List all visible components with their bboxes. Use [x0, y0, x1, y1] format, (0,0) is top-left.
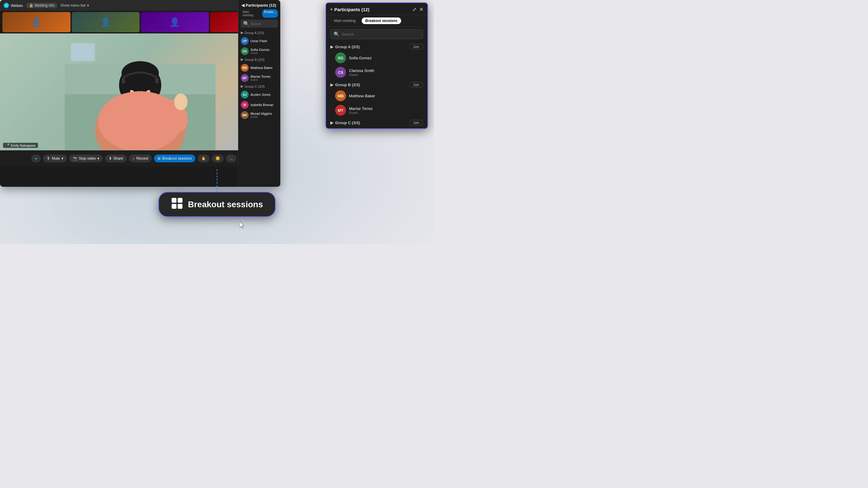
webex-icon: W	[4, 3, 9, 8]
tab-breakout[interactable]: Breako...	[262, 9, 278, 18]
pr-clarissa-role: Guest	[349, 73, 374, 76]
tab-main-meeting[interactable]: Main meeting	[241, 9, 261, 18]
pr-group-c-header[interactable]: ▶ Group C (3/3) Join	[330, 118, 423, 127]
reactions-button[interactable]: ✋	[198, 155, 210, 162]
webex-logo-btn[interactable]: ●	[31, 155, 41, 162]
breakout-sessions-button[interactable]: ⊞ Breakout sessions	[154, 155, 195, 162]
breakout-popup-icon	[171, 197, 183, 212]
pr-group-b-label: Group B (2/3)	[335, 83, 360, 87]
close-icon[interactable]: ✕	[419, 7, 423, 12]
pr-clarissa-name: Clarissa Smith	[349, 68, 374, 73]
mic-icon: 🎙	[47, 156, 50, 161]
marise-avatar: MT	[241, 74, 249, 82]
pr-search-input[interactable]	[341, 32, 420, 36]
pr-matthew-name: Matthew Baker	[349, 94, 375, 98]
chevron-icon: ◀	[241, 3, 244, 7]
chevron-right-icon: ▶	[241, 31, 243, 35]
pr-header: ▾ Participants (12) ⤢ ✕	[326, 3, 427, 15]
search-icon: 🔍	[334, 31, 340, 37]
meeting-info-button[interactable]: 🔒 Meeting info	[27, 3, 57, 8]
app-logo: W Webex	[4, 3, 23, 8]
pr-search[interactable]: 🔍	[330, 29, 423, 39]
pr-matthew-baker: MB Matthew Baker	[330, 89, 423, 103]
pr-austen-avatar: AJ	[335, 128, 346, 129]
pr-group-c-label: Group C (3/3)	[335, 121, 360, 125]
stop-video-label: Stop video	[79, 156, 96, 161]
more-button[interactable]: ...	[226, 155, 236, 162]
svg-rect-3	[84, 44, 93, 60]
participant-isabella-brenan: IB Isabella Brenan	[239, 100, 280, 110]
pr-header-icons: ⤢ ✕	[412, 7, 423, 12]
group-c-header[interactable]: ▶ Group C (3/3)	[239, 83, 280, 90]
svg-rect-21	[172, 198, 177, 203]
participant-austen-jones: AJ Austen Jones	[239, 90, 280, 100]
app-name: Webex	[11, 3, 23, 8]
stop-video-button[interactable]: 📷 Stop video ▾	[69, 155, 103, 162]
breakout-label: Breakout sessions	[162, 156, 192, 161]
share-label: Share	[113, 156, 123, 161]
matthew-name: Matthew Baker	[250, 66, 278, 70]
pr-group-a-header[interactable]: ▶ Group A (2/3) Join	[330, 41, 423, 51]
breakout-sessions-popup[interactable]: Breakout sessions	[158, 192, 276, 217]
camera-icon: 📷	[73, 156, 78, 161]
pr-tab-main[interactable]: Main meeting	[330, 18, 359, 24]
svg-marker-25	[240, 222, 244, 228]
pr-clarissa-avatar: CS	[335, 67, 346, 78]
svg-rect-20	[179, 94, 183, 103]
panel-left-title: Participants (12)	[246, 3, 276, 7]
participant-sofia-gomez: SG Sofia Gomez Guest	[239, 46, 280, 56]
isabella-avatar: IB	[241, 101, 249, 109]
more-label: ...	[230, 156, 233, 161]
expand-icon[interactable]: ⤢	[412, 7, 416, 12]
pr-tab-breakout[interactable]: Breakout sessions	[362, 18, 401, 24]
group-a-join-button[interactable]: Join	[409, 44, 423, 50]
webex-window: W Webex 🔒 Meeting info Show menu bar ▾ 1…	[0, 0, 280, 187]
chevron-icon: ▾	[61, 156, 63, 161]
marise-name: Marise Torres	[250, 75, 278, 78]
pr-title: Participants (12)	[334, 7, 370, 12]
tab-breakout-label: Breako...	[264, 10, 276, 13]
record-button[interactable]: ● Record	[129, 155, 152, 162]
pr-group-b-header[interactable]: ▶ Group B (2/3) Join	[330, 79, 423, 89]
group-b-header[interactable]: ▶ Group B (2/3)	[239, 56, 280, 63]
group-b-label: Group B (2/3)	[244, 58, 265, 61]
pr-tab-main-label: Main meeting	[334, 19, 355, 23]
pr-tab-breakout-label: Breakout sessions	[365, 19, 398, 23]
participant-murad-higgins: MH Murad Higgins Guest	[239, 110, 280, 120]
speaker-name-label: 🎤 Emily Nakagawa	[3, 143, 38, 148]
murad-avatar: MH	[241, 111, 249, 119]
panel-left-search[interactable]: 🔍	[241, 20, 278, 28]
group-c-join-button[interactable]: Join	[409, 120, 423, 125]
murad-role: Guest	[250, 116, 278, 119]
pr-sofia-gomez: SG Sofia Gomez	[330, 51, 423, 65]
share-icon: ⬆	[109, 156, 112, 161]
panel-left-search-input[interactable]	[250, 22, 276, 26]
show-menu-button[interactable]: Show menu bar ▾	[61, 3, 89, 7]
speaker-name: Emily Nakagawa	[11, 144, 36, 147]
group-a-label: Group A (2/3)	[244, 31, 264, 35]
svg-rect-24	[178, 204, 183, 209]
tab-main-label: Main meeting	[243, 10, 253, 17]
thumbnail-1[interactable]: 👤	[2, 12, 70, 32]
chevron-right-icon: ▶	[330, 83, 333, 87]
mute-button[interactable]: 🎙 Mute ▾	[43, 155, 67, 162]
mic-icon: 🎤	[5, 143, 10, 147]
group-b-join-button[interactable]: Join	[409, 82, 423, 87]
mouse-cursor	[240, 222, 246, 229]
svg-rect-2	[72, 44, 83, 60]
matthew-avatar: MB	[241, 64, 249, 72]
pr-marise-torres: MT Marise Torres Guest	[330, 103, 423, 118]
pr-clarissa-smith: CS Clarissa Smith Guest	[330, 65, 423, 79]
mute-label: Mute	[52, 156, 60, 161]
share-button[interactable]: ⬆ Share	[105, 155, 127, 162]
emoji-button[interactable]: 😊	[212, 155, 224, 162]
sofia-role: Guest	[250, 52, 278, 55]
person-silhouette-3: 👤	[169, 17, 180, 27]
pr-austen-jones: AJ Austen Jones	[330, 127, 423, 129]
thumbnail-2[interactable]: 👤	[72, 12, 140, 32]
marise-role: Guest	[250, 78, 278, 82]
group-a-header[interactable]: ▶ Group A (2/3)	[239, 30, 280, 36]
thumbnail-3[interactable]: 👤	[141, 12, 209, 32]
chevron-right-icon: ▶	[330, 44, 333, 49]
svg-rect-14	[155, 78, 159, 84]
